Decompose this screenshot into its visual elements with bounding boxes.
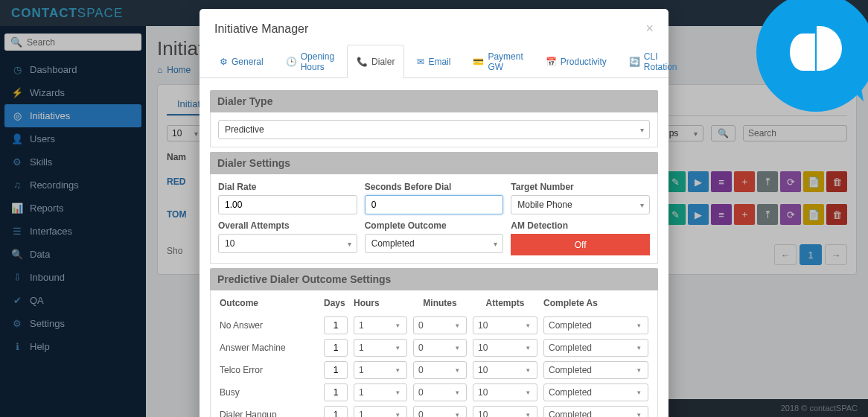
outcome-row: Answer Machine1010Completed: [217, 337, 651, 359]
dial-rate-label: Dial Rate: [218, 182, 357, 192]
days-input[interactable]: [324, 383, 348, 401]
outcome-row: Telco Error1010Completed: [217, 359, 651, 381]
minutes-select[interactable]: 0: [413, 339, 467, 357]
tab-general[interactable]: ⚙General: [210, 45, 273, 78]
section-dialer-settings: Dialer Settings: [210, 152, 658, 174]
days-input[interactable]: [324, 406, 348, 417]
days-input[interactable]: [324, 361, 348, 379]
tab-email[interactable]: ✉Email: [407, 45, 460, 78]
col-minutes: Minutes: [410, 295, 470, 314]
outcome-name: No Answer: [217, 314, 321, 337]
tab-opening-hours[interactable]: 🕒Opening Hours: [276, 45, 344, 78]
minutes-select[interactable]: 0: [413, 383, 467, 401]
overall-attempts-label: Overall Attempts: [218, 220, 357, 231]
phone-icon: 📞: [357, 57, 368, 67]
outcome-row: Busy1010Completed: [217, 381, 651, 404]
complete-as-select[interactable]: Completed: [543, 406, 648, 417]
hours-select[interactable]: 1: [354, 406, 407, 417]
hours-select[interactable]: 1: [354, 383, 407, 401]
overall-attempts-select[interactable]: 10: [218, 234, 357, 253]
col-days: Days: [321, 295, 351, 314]
am-detection-toggle[interactable]: Off: [511, 234, 650, 255]
complete-as-select[interactable]: Completed: [543, 361, 648, 379]
attempts-select[interactable]: 10: [473, 406, 537, 417]
complete-as-select[interactable]: Completed: [543, 339, 648, 357]
attempts-select[interactable]: 10: [473, 361, 537, 379]
clock-icon: 🕒: [286, 57, 297, 67]
complete-outcome-select[interactable]: Completed: [365, 234, 504, 253]
complete-outcome-label: Complete Outcome: [365, 220, 504, 231]
dialer-type-select[interactable]: Predictive: [218, 120, 650, 139]
modal-title: Initiative Manager: [214, 22, 308, 36]
minutes-select[interactable]: 0: [413, 361, 467, 379]
hours-select[interactable]: 1: [354, 339, 407, 357]
outcome-row: Dialer Hangup1010Completed: [217, 404, 651, 417]
modal-tabs: ⚙General 🕒Opening Hours 📞Dialer ✉Email 💳…: [200, 44, 668, 78]
hours-select[interactable]: 1: [354, 316, 407, 334]
tab-productivity[interactable]: 📅Productivity: [536, 45, 616, 78]
target-number-label: Target Number: [511, 182, 650, 192]
col-complete-as: Complete As: [540, 295, 651, 314]
days-input[interactable]: [324, 339, 348, 357]
am-detection-label: AM Detection: [511, 220, 650, 231]
complete-as-select[interactable]: Completed: [543, 316, 648, 334]
target-number-select[interactable]: Mobile Phone: [511, 195, 650, 214]
minutes-select[interactable]: 0: [413, 316, 467, 334]
card-icon: 💳: [473, 57, 484, 67]
tab-cli-rotation[interactable]: 🔄CLI Rotation: [619, 45, 687, 78]
days-input[interactable]: [324, 316, 348, 334]
col-outcome: Outcome: [217, 295, 321, 314]
attempts-select[interactable]: 10: [473, 316, 537, 334]
close-icon[interactable]: ×: [645, 21, 654, 36]
attempts-select[interactable]: 10: [473, 383, 537, 401]
complete-as-select[interactable]: Completed: [543, 383, 648, 401]
outcome-name: Answer Machine: [217, 337, 321, 359]
col-attempts: Attempts: [470, 295, 540, 314]
minutes-select[interactable]: 0: [413, 406, 467, 417]
chat-icon: [790, 26, 842, 78]
gear-icon: ⚙: [220, 57, 228, 67]
dial-rate-input[interactable]: [218, 195, 357, 214]
attempts-select[interactable]: 10: [473, 339, 537, 357]
outcome-name: Dialer Hangup: [217, 404, 321, 417]
initiative-manager-modal: Initiative Manager × ⚙General 🕒Opening H…: [200, 9, 668, 417]
tab-payment-gw[interactable]: 💳Payment GW: [463, 45, 532, 78]
seconds-before-dial-input[interactable]: [365, 195, 504, 214]
outcome-name: Busy: [217, 381, 321, 404]
hours-select[interactable]: 1: [354, 361, 407, 379]
section-predictive-outcomes: Predictive Dialer Outcome Settings: [210, 268, 658, 290]
outcome-table: Outcome Days Hours Minutes Attempts Comp…: [217, 295, 651, 417]
outcome-row: No Answer1010Completed: [217, 314, 651, 337]
tab-dialer[interactable]: 📞Dialer: [347, 45, 404, 78]
envelope-icon: ✉: [417, 57, 424, 67]
seconds-before-dial-label: Seconds Before Dial: [365, 182, 504, 192]
outcome-name: Telco Error: [217, 359, 321, 381]
col-hours: Hours: [351, 295, 410, 314]
rotate-icon: 🔄: [629, 57, 640, 67]
calendar-icon: 📅: [546, 57, 557, 67]
section-dialer-type: Dialer Type: [210, 90, 658, 112]
